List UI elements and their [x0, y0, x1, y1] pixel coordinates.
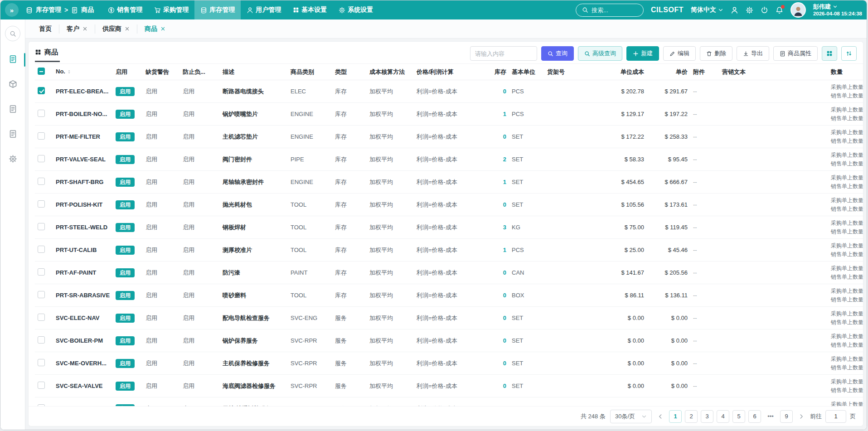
row-checkbox[interactable]	[38, 155, 45, 162]
table-row[interactable]: PRT-STEEL-WELD 启用 启用 启用 钢板焊材 TOOL 库存 加权平…	[35, 216, 863, 239]
row-checkbox[interactable]	[38, 404, 45, 406]
tab-suppliers[interactable]: 供应商	[95, 24, 137, 34]
row-checkbox[interactable]	[38, 132, 45, 140]
export-button[interactable]: 导出	[737, 46, 769, 61]
table-row[interactable]: PRT-AF-PAINT 启用 启用 启用 防污漆 PAINT 库存 加权平均 …	[35, 262, 863, 284]
table-row[interactable]: SVC-TAILSHAFT 启用 启用 启用 尾轴/轴系拆检服务 SVC-RPR…	[35, 397, 863, 407]
close-icon[interactable]	[160, 26, 165, 31]
create-button[interactable]: 新建	[626, 46, 659, 61]
row-checkbox[interactable]	[38, 223, 45, 230]
stock-cell[interactable]: 1	[483, 171, 509, 194]
avatar[interactable]	[790, 2, 806, 18]
next-page-button[interactable]	[797, 413, 805, 420]
table-row[interactable]: SVC-SEA-VALVE 启用 启用 启用 海底阀滤器检修服务 SVC-RPR…	[35, 375, 863, 397]
page-button[interactable]: 1	[669, 410, 682, 423]
breadcrumb-page[interactable]: 商品	[81, 6, 94, 14]
page-button[interactable]: 5	[732, 410, 745, 423]
goto-page-input[interactable]	[825, 410, 846, 423]
global-search[interactable]	[576, 4, 644, 17]
stock-cell[interactable]: 0	[483, 329, 509, 352]
page-ellipsis[interactable]: •••	[764, 410, 777, 423]
edit-button[interactable]: 编辑	[663, 46, 696, 61]
sort-icon[interactable]	[67, 69, 72, 74]
row-checkbox[interactable]	[38, 178, 45, 185]
page-button[interactable]: 9	[780, 410, 793, 423]
row-checkbox[interactable]	[38, 110, 45, 117]
stock-cell[interactable]: 0	[483, 194, 509, 216]
sidebar-item-products[interactable]	[0, 52, 25, 66]
page-button[interactable]: 3	[701, 410, 713, 423]
sidebar-item-settings[interactable]	[0, 152, 25, 166]
sidebar-search-button[interactable]	[5, 26, 20, 41]
stock-cell[interactable]: 3	[483, 216, 509, 239]
menu-item-purchase[interactable]: 采购管理	[148, 0, 194, 19]
menu-item-users[interactable]: 用户管理	[241, 0, 287, 19]
stock-cell[interactable]: 1	[483, 103, 509, 126]
page-button[interactable]: 4	[717, 410, 729, 423]
advanced-query-button[interactable]: 高级查询	[578, 46, 622, 61]
table-row[interactable]: SVC-BOILER-PM 启用 启用 启用 锅炉保养服务 SVC-RPR 服务…	[35, 329, 863, 352]
stock-cell[interactable]: 0	[483, 80, 509, 103]
col-no[interactable]: No.	[53, 64, 113, 80]
stock-cell[interactable]: 0	[483, 307, 509, 329]
row-checkbox[interactable]	[38, 314, 45, 321]
settings-icon-button[interactable]	[746, 6, 753, 14]
grid-view-button[interactable]	[822, 46, 837, 61]
sidebar-item-reports[interactable]	[0, 127, 25, 141]
row-checkbox[interactable]	[38, 87, 45, 94]
menu-item-sales[interactable]: 销售管理	[102, 0, 148, 19]
stock-cell[interactable]: 0	[483, 375, 509, 397]
query-button[interactable]: 查询	[541, 46, 574, 61]
stock-cell[interactable]: 0	[483, 262, 509, 284]
user-block[interactable]: 彭伟建 2026-04-08 15:24:38	[813, 3, 862, 17]
sidebar-item-documents[interactable]	[0, 102, 25, 116]
profile-icon-button[interactable]	[731, 6, 738, 14]
menu-item-inventory[interactable]: 库存管理	[194, 0, 241, 19]
stock-cell[interactable]: 0	[483, 397, 509, 407]
row-checkbox[interactable]	[38, 291, 45, 298]
filter-input[interactable]	[470, 46, 537, 61]
stock-cell[interactable]: 0	[483, 352, 509, 375]
menu-item-system-settings[interactable]: 系统设置	[333, 0, 379, 19]
table-row[interactable]: PRT-ME-FILTER 启用 启用 启用 主机滤芯垫片 ENGINE 库存 …	[35, 126, 863, 148]
prev-page-button[interactable]	[656, 413, 664, 420]
sidebar-expand-button[interactable]: »	[5, 3, 19, 17]
stock-cell[interactable]: 2	[483, 148, 509, 171]
delete-button[interactable]: 删除	[700, 46, 732, 61]
row-checkbox[interactable]	[38, 200, 45, 208]
language-selector[interactable]: 简体中文	[691, 6, 723, 14]
table-row[interactable]: PRT-SR-ABRASIVE 启用 启用 启用 喷砂磨料 TOOL 库存 加权…	[35, 284, 863, 307]
select-all-checkbox[interactable]	[38, 68, 45, 75]
logout-icon-button[interactable]	[761, 6, 768, 14]
close-icon[interactable]	[125, 26, 130, 31]
tab-customers[interactable]: 客户	[59, 24, 95, 34]
breadcrumb-section[interactable]: 库存管理	[36, 6, 61, 14]
row-checkbox[interactable]	[38, 246, 45, 253]
table-row[interactable]: PRT-ELEC-BREA... 启用 启用 启用 断路器电缆接头 ELEC 库…	[35, 80, 863, 103]
row-checkbox[interactable]	[38, 382, 45, 389]
close-icon[interactable]	[82, 26, 87, 31]
menu-item-basic-settings[interactable]: 基本设置	[287, 0, 333, 19]
row-checkbox[interactable]	[38, 268, 45, 276]
stock-cell[interactable]: 1	[483, 239, 509, 262]
stock-cell[interactable]: 0	[483, 126, 509, 148]
product-attributes-button[interactable]: 商品属性	[773, 46, 818, 61]
row-checkbox[interactable]	[38, 359, 45, 366]
page-button[interactable]: 6	[748, 410, 761, 423]
table-row[interactable]: PRT-POLISH-KIT 启用 启用 启用 抛光耗材包 TOOL 库存 加权…	[35, 194, 863, 216]
row-checkbox[interactable]	[38, 336, 45, 344]
notifications-button[interactable]	[776, 6, 783, 14]
page-button[interactable]: 2	[685, 410, 698, 423]
table-row[interactable]: PRT-UT-CALIB 启用 启用 启用 测厚校准片 TOOL 库存 加权平均…	[35, 239, 863, 262]
table-row[interactable]: SVC-ME-OVERH... 启用 启用 启用 主机保养检修服务 SVC-RP…	[35, 352, 863, 375]
table-row[interactable]: PRT-BOILER-NO... 启用 启用 启用 锅炉喷嘴垫片 ENGINE …	[35, 103, 863, 126]
table-row[interactable]: PRT-VALVE-SEAL 启用 启用 启用 阀门密封件 PIPE 库存 加权…	[35, 148, 863, 171]
table-row[interactable]: PRT-SHAFT-BRG 启用 启用 启用 尾轴轴承密封件 ENGINE 库存…	[35, 171, 863, 194]
table-row[interactable]: SVC-ELEC-NAV 启用 启用 启用 配电导航检查服务 SVC-ENG 服…	[35, 307, 863, 329]
sort-order-button[interactable]	[841, 46, 857, 61]
tab-home[interactable]: 首页	[32, 24, 59, 34]
stock-cell[interactable]: 0	[483, 284, 509, 307]
tab-products[interactable]: 商品	[137, 24, 173, 34]
page-size-select[interactable]: 30条/页	[610, 410, 652, 423]
global-search-input[interactable]	[592, 7, 637, 14]
